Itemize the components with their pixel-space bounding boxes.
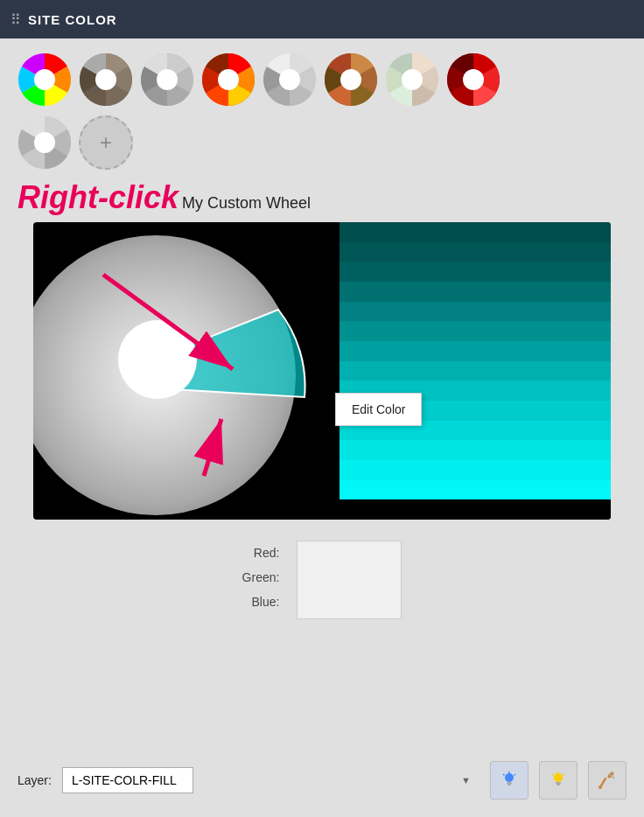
svg-point-15: [463, 69, 484, 90]
layer-label: Layer:: [18, 773, 52, 787]
svg-point-11: [340, 69, 361, 90]
color-wheels-row: [18, 52, 626, 107]
rgb-labels: Red: Green: Blue:: [242, 541, 280, 614]
wheel-label-row: Right-click My Custom Wheel: [18, 182, 626, 213]
teal-strip-7: [340, 341, 611, 361]
blue-label: Blue:: [242, 590, 280, 614]
svg-line-26: [503, 774, 505, 776]
svg-point-3: [95, 69, 116, 90]
teal-strip-15: [340, 499, 611, 520]
red-label: Red:: [242, 541, 280, 565]
yellow-bulb-icon: [548, 770, 569, 791]
teal-strip-12: [340, 440, 611, 460]
teal-strip-14: [340, 480, 611, 500]
teal-strip-6: [340, 321, 611, 341]
svg-point-13: [402, 69, 423, 90]
svg-point-17: [34, 132, 55, 153]
blue-bulb-icon: [499, 770, 520, 791]
svg-rect-24: [508, 784, 511, 786]
svg-rect-30: [556, 784, 560, 786]
eyedropper-button[interactable]: [588, 761, 626, 800]
color-wheel-warm[interactable]: [201, 52, 256, 107]
svg-point-22: [505, 773, 514, 782]
svg-line-32: [552, 774, 554, 776]
second-row: +: [18, 115, 626, 170]
color-wheel-gray2[interactable]: [262, 52, 317, 107]
color-wheel-earth[interactable]: [324, 52, 378, 107]
green-label: Green:: [242, 565, 280, 590]
bottom-bar: Layer: L-SITE-COLR-FILL L-SITE-COLR-LINE…: [18, 761, 626, 800]
svg-point-28: [554, 773, 563, 782]
svg-point-5: [157, 69, 178, 90]
color-wheel-gray1[interactable]: [140, 52, 194, 107]
teal-strip-1: [340, 222, 611, 242]
teal-strip-13: [340, 460, 611, 480]
color-wheel-custom[interactable]: [18, 115, 72, 170]
wheel-center: [118, 320, 197, 399]
yellow-bulb-button[interactable]: [539, 761, 578, 800]
rgb-preview-box: [297, 541, 402, 619]
color-wheel-area[interactable]: Edit Color: [33, 222, 611, 520]
svg-point-9: [279, 69, 300, 90]
teal-strips: [340, 222, 611, 520]
eyedropper-icon: [597, 770, 618, 791]
svg-rect-29: [556, 782, 561, 784]
add-wheel-button[interactable]: +: [79, 115, 133, 170]
color-wheel-rainbow[interactable]: [18, 52, 72, 107]
svg-point-1: [34, 69, 55, 90]
context-menu: Edit Color: [335, 393, 422, 426]
custom-wheel-name: My Custom Wheel: [182, 194, 311, 213]
color-wheel-muted[interactable]: [79, 52, 133, 107]
title-bar: ⠿ SITE COLOR: [0, 0, 644, 38]
color-wheel-light[interactable]: [385, 52, 439, 107]
svg-point-7: [218, 69, 239, 90]
panel-title: SITE COLOR: [28, 12, 117, 27]
teal-strip-3: [340, 262, 611, 282]
svg-point-36: [598, 786, 602, 789]
right-click-instruction: Right-click: [18, 182, 178, 213]
svg-rect-23: [507, 782, 512, 784]
blue-bulb-button[interactable]: [490, 761, 528, 800]
layer-select-wrapper[interactable]: L-SITE-COLR-FILL L-SITE-COLR-LINE L-SITE…: [62, 767, 480, 793]
teal-strip-4: [340, 282, 611, 302]
context-menu-edit-color[interactable]: Edit Color: [336, 397, 421, 422]
teal-strip-2: [340, 242, 611, 262]
rgb-section: Red: Green: Blue:: [18, 541, 626, 619]
teal-strip-8: [340, 361, 611, 381]
layer-select[interactable]: L-SITE-COLR-FILL L-SITE-COLR-LINE L-SITE…: [62, 767, 193, 793]
svg-line-33: [564, 774, 565, 776]
main-panel: + Right-click My Custom Wheel: [0, 38, 644, 817]
panel-icon: ⠿: [10, 11, 21, 28]
teal-strip-5: [340, 302, 611, 322]
svg-line-27: [514, 774, 516, 776]
color-wheel-red[interactable]: [446, 52, 500, 107]
